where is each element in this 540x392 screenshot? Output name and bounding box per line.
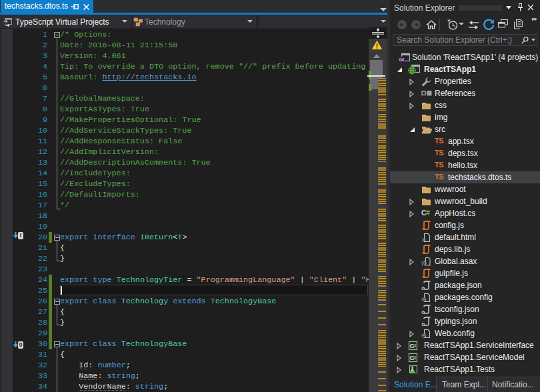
svg-text:#: # [413, 355, 417, 361]
svg-text:#: # [413, 343, 417, 349]
